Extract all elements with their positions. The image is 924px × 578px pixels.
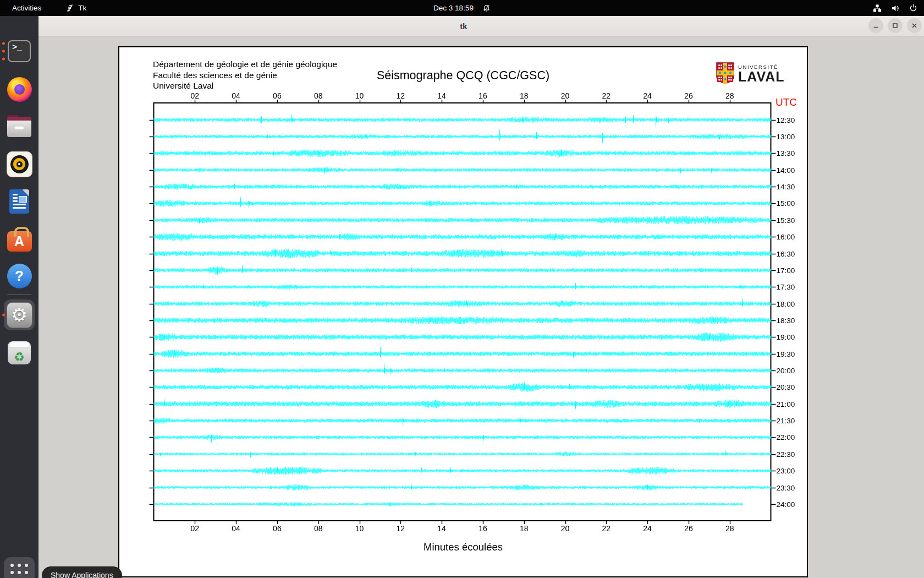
utc-tick-label: 22:30 [777,450,795,458]
desktop: Activities Tk Dec 3 18:59 [0,0,924,578]
focused-app-menu[interactable]: Tk [65,4,86,13]
utc-tick-label: 17:30 [777,283,795,291]
dock-item-libreoffice-writer[interactable] [6,188,32,215]
x-tick-label-bottom: 16 [479,524,487,533]
institution-header: Département de géologie et de génie géol… [153,59,337,91]
utc-tick-label: 13:00 [777,133,795,141]
x-tick-label-top: 12 [397,91,405,100]
x-tick-label-top: 04 [232,91,240,100]
show-applications-tooltip: Show Applications [42,566,122,578]
utc-tick-label: 15:30 [777,216,795,224]
x-tick-label-top: 28 [725,91,734,100]
logo-line2: LAVAL [738,69,785,85]
show-applications-button[interactable] [4,557,35,578]
x-tick-label-bottom: 26 [684,524,693,533]
x-tick-label-top: 02 [191,91,200,100]
maximize-button[interactable] [888,18,903,33]
dock-item-files[interactable] [6,113,32,139]
x-tick-label-bottom: 04 [232,524,240,533]
x-tick-label-top: 24 [643,91,652,100]
help-icon: ? [7,264,32,288]
x-tick-label-bottom: 10 [355,524,364,533]
notifications-muted-icon [482,4,491,12]
utc-tick-label: 22:00 [777,433,795,441]
x-tick-label-top: 14 [437,91,446,100]
x-tick-label-bottom: 08 [314,524,323,533]
running-indicator [2,42,5,61]
show-applications-grid-icon [10,564,28,578]
x-tick-label-bottom: 02 [191,524,200,533]
rhythmbox-icon [7,151,32,177]
dock-item-help[interactable]: ? [6,263,32,289]
activities-button[interactable]: Activities [12,4,41,12]
utc-tick-label: 21:30 [777,417,795,425]
x-tick-label-top: 10 [355,91,364,100]
clock-menu[interactable]: Dec 3 18:59 [433,4,491,12]
x-axis-title: Minutes écoulées [424,541,503,553]
dock: >_ A ? ⚙ ♻ [0,16,38,578]
utc-tick-label: 19:30 [777,350,795,358]
x-tick-label-bottom: 12 [397,524,405,533]
dock-item-trash[interactable]: ♻ [6,340,32,366]
dock-item-ubuntu-software[interactable]: A [6,226,32,252]
seismograph-canvas [119,47,807,576]
minimize-button[interactable] [868,18,883,33]
utc-tick-label: 23:00 [777,467,795,475]
window-titlebar[interactable]: tk [38,16,924,36]
system-status-area[interactable] [873,4,917,13]
utc-tick-label: 20:30 [777,383,795,391]
utc-axis-label: UTC [776,96,797,108]
trash-icon: ♻ [8,341,31,364]
utc-tick-label: 18:30 [777,316,795,324]
utc-tick-label: 12:30 [777,116,795,124]
plot-title: Séismographe QCQ (CGC/GSC) [377,69,549,83]
x-tick-label-bottom: 22 [602,524,611,533]
utc-tick-label: 23:30 [777,483,795,492]
x-tick-label-bottom: 14 [437,524,446,533]
utc-tick-label: 15:00 [777,199,795,208]
x-tick-label-top: 06 [273,91,282,100]
x-tick-label-bottom: 20 [561,524,570,533]
firefox-icon [7,77,32,102]
dock-item-settings[interactable]: ⚙ [4,299,35,330]
tk-window: tk Département de géologie et de génie g… [38,16,924,578]
seismograph-panel: Département de géologie et de génie géol… [118,46,808,577]
tk-feather-icon [65,4,74,13]
utc-tick-label: 14:30 [777,183,795,191]
window-title: tk [460,21,467,31]
x-tick-label-top: 26 [684,91,693,100]
x-tick-label-top: 08 [314,91,323,100]
settings-gear-icon: ⚙ [7,302,32,328]
top-bar: Activities Tk Dec 3 18:59 [0,0,924,16]
utc-tick-label: 19:00 [777,333,795,341]
focused-app-name: Tk [78,4,86,12]
laval-shield-icon [716,62,734,86]
running-indicator [2,314,5,317]
network-icon [873,4,882,13]
x-tick-label-bottom: 24 [643,524,652,533]
utc-tick-label: 18:00 [777,299,795,308]
x-tick-label-top: 18 [520,91,529,100]
utc-tick-label: 13:30 [777,149,795,157]
x-tick-label-bottom: 28 [725,524,734,533]
dock-item-terminal[interactable]: >_ [6,38,32,64]
utc-tick-label: 21:00 [777,400,795,408]
dock-item-firefox[interactable] [6,76,32,102]
x-tick-label-bottom: 06 [273,524,282,533]
x-tick-label-bottom: 18 [520,524,529,533]
utc-tick-label: 14:00 [777,166,795,174]
clock-text: Dec 3 18:59 [433,4,474,12]
x-tick-label-top: 22 [602,91,611,100]
x-tick-label-top: 16 [479,91,487,100]
utc-tick-label: 16:00 [777,233,795,241]
terminal-icon: >_ [8,40,31,62]
dock-separator [7,295,31,295]
volume-icon [891,4,900,13]
utc-tick-label: 16:30 [777,249,795,258]
dock-item-rhythmbox[interactable] [6,151,32,177]
universite-laval-logo: UNIVERSITÉ LAVAL [716,62,785,86]
power-icon [909,4,917,12]
utc-tick-label: 24:00 [777,500,795,508]
utc-tick-label: 17:00 [777,266,795,274]
close-button[interactable] [907,18,922,33]
